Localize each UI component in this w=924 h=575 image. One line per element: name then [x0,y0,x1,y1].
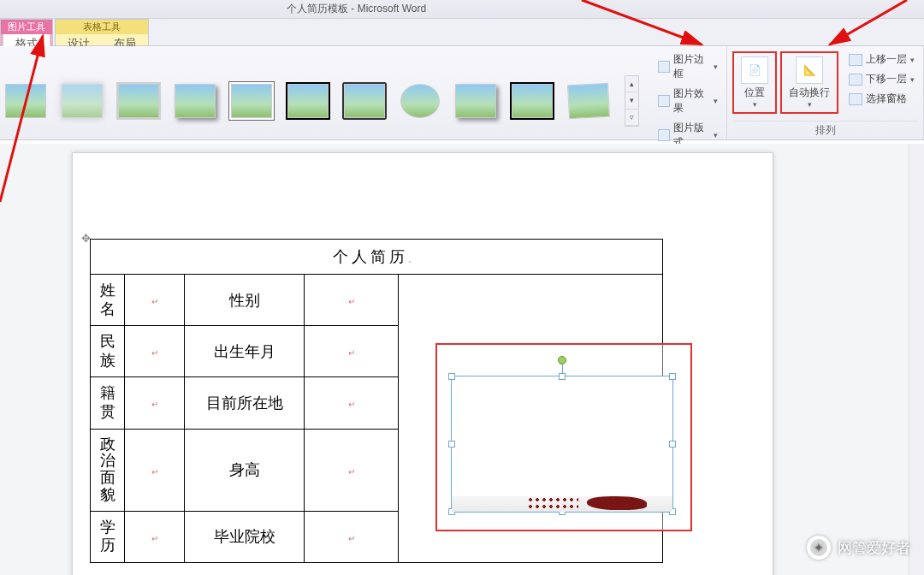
watermark: ✦ 网管爱好者 [807,536,910,560]
cell-native-label[interactable]: 籍贯 [91,377,125,429]
wrap-text-button[interactable]: 📐 自动换行 ▾ [784,55,835,110]
vertical-scrollbar[interactable] [909,144,924,575]
cell-edu-value[interactable]: ↵ [125,511,185,562]
cell-height-value[interactable]: ↵ [305,429,399,511]
cell-school-value[interactable]: ↵ [305,511,399,562]
selection-pane-icon [849,93,862,105]
send-backward-label: 下移一层 [866,72,907,86]
scroll-up-icon[interactable]: ▴ [625,76,638,92]
annotation-highlight-position: 📄 位置 ▾ [732,51,777,114]
resize-handle-ml[interactable] [448,441,455,448]
chevron-down-icon: ▾ [714,97,718,105]
context-tab-table-header: 表格工具 [56,20,148,34]
cell-politics-label[interactable]: 政治面貌 [91,429,125,511]
resume-title-cell[interactable]: 个人简历。 [91,240,663,275]
chevron-down-icon: ▾ [753,100,757,109]
layout-icon [658,129,670,141]
style-thumb-soft[interactable] [62,84,103,118]
inserted-picture[interactable] [451,376,673,513]
cell-ethnic-label[interactable]: 民族 [91,326,125,377]
group-picture-styles: ▴ ▾ ▿ 图片边框 ▾ 图片效果 ▾ 图片版式 ▾ [0,46,727,139]
wrap-label: 自动换行 [789,86,830,100]
style-thumb-frame-black[interactable] [287,84,329,118]
style-thumb-frame-dark[interactable] [344,84,385,118]
picture-content [452,496,672,512]
style-thumb-plain[interactable] [5,84,46,118]
style-thumb-frame2[interactable] [512,84,553,118]
picture-style-gallery[interactable]: ▴ ▾ ▿ 图片边框 ▾ 图片效果 ▾ 图片版式 ▾ [5,51,721,151]
cell-dob-value[interactable]: ↵ [305,326,399,377]
send-backward-icon [849,74,862,86]
resize-handle-tr[interactable] [669,373,676,380]
bring-forward-icon [849,54,862,66]
position-button[interactable]: 📄 位置 ▾ [736,55,773,110]
resize-handle-tl[interactable] [448,373,455,380]
context-tab-picture-tools: 图片工具 格式 [0,19,53,45]
cell-politics-value[interactable]: ↵ [125,429,185,511]
cell-gender-value[interactable]: ↵ [305,275,399,326]
send-backward-button[interactable]: 下移一层▾ [845,71,918,87]
scroll-down-icon[interactable]: ▾ [625,92,638,109]
group-label-arrange: 排列 [732,121,918,138]
pencil-icon [658,61,670,73]
annotation-highlight-wrap: 📐 自动换行 ▾ [780,51,838,114]
resize-handle-mr[interactable] [669,441,676,448]
style-thumb-metal[interactable] [118,84,159,118]
bring-forward-label: 上移一层 [866,52,907,67]
wrap-icon: 📐 [796,56,823,84]
effects-icon [658,95,670,107]
picture-border-label: 图片边框 [673,52,710,81]
wechat-icon: ✦ [807,536,831,560]
cell-native-value[interactable]: ↵ [125,377,185,429]
cell-name-label[interactable]: 姓名 [91,275,125,326]
style-gallery-scroll[interactable]: ▴ ▾ ▿ [625,75,639,127]
style-thumb-shadow2[interactable] [455,84,496,118]
group-arrange: 📄 位置 ▾ 📐 自动换行 ▾ 上移一层▾ 下移 [727,46,924,139]
picture-effects-button[interactable]: 图片效果 ▾ [654,86,721,116]
gallery-more-icon[interactable]: ▿ [625,110,638,126]
document-area[interactable]: ✥ 个人简历。 姓名 ↵ 性别 ↵ 民族 ↵ 出生年月 ↵ 籍贯 ↵ 目前所在地… [0,144,924,575]
cell-location-label[interactable]: 目前所在地 [185,377,305,429]
picture-border-button[interactable]: 图片边框 ▾ [654,51,721,82]
cell-school-label[interactable]: 毕业院校 [185,511,305,562]
style-thumb-shadow[interactable] [175,84,216,118]
chevron-down-icon: ▾ [714,131,718,139]
window-titlebar: 个人简历模板 - Microsoft Word [0,0,924,19]
watermark-text: 网管爱好者 [838,538,910,558]
style-thumb-oval[interactable] [400,84,440,118]
context-tab-picture-header: 图片工具 [1,20,52,34]
cell-gender-label[interactable]: 性别 [185,275,305,326]
cell-edu-label[interactable]: 学历 [91,511,125,562]
arrange-column: 上移一层▾ 下移一层▾ 选择窗格 [845,51,918,107]
selection-pane-button[interactable]: 选择窗格 [845,91,918,107]
cell-name-value[interactable]: ↵ [125,275,185,326]
document-page[interactable]: ✥ 个人简历。 姓名 ↵ 性别 ↵ 民族 ↵ 出生年月 ↵ 籍贯 ↵ 目前所在地… [72,152,773,575]
context-tab-table-tools: 表格工具 设计 布局 [55,19,149,45]
cell-height-label[interactable]: 身高 [185,429,305,511]
style-thumb-tilt[interactable] [567,83,610,119]
annotation-highlight-picture [435,343,692,531]
position-label: 位置 [744,86,765,100]
position-icon: 📄 [741,56,768,84]
cell-location-value[interactable]: ↵ [305,377,399,429]
chevron-down-icon: ▾ [714,62,718,71]
style-thumb-frame-white[interactable] [231,84,272,118]
chevron-down-icon: ▾ [808,100,812,109]
rotate-handle[interactable] [558,356,566,365]
cell-ethnic-value[interactable]: ↵ [125,326,185,377]
window-title: 个人简历模板 - Microsoft Word [287,2,426,16]
picture-adjust-column: 图片边框 ▾ 图片效果 ▾ 图片版式 ▾ [654,51,721,151]
picture-graphic [527,496,647,510]
picture-effects-label: 图片效果 [673,86,710,116]
ribbon: ▴ ▾ ▿ 图片边框 ▾ 图片效果 ▾ 图片版式 ▾ [0,46,924,140]
selection-pane-label: 选择窗格 [866,92,907,106]
ribbon-tabstrip: 图片工具 格式 表格工具 设计 布局 [0,19,924,46]
cell-dob-label[interactable]: 出生年月 [185,326,305,377]
bring-forward-button[interactable]: 上移一层▾ [845,51,918,68]
resize-handle-tm[interactable] [559,373,566,380]
